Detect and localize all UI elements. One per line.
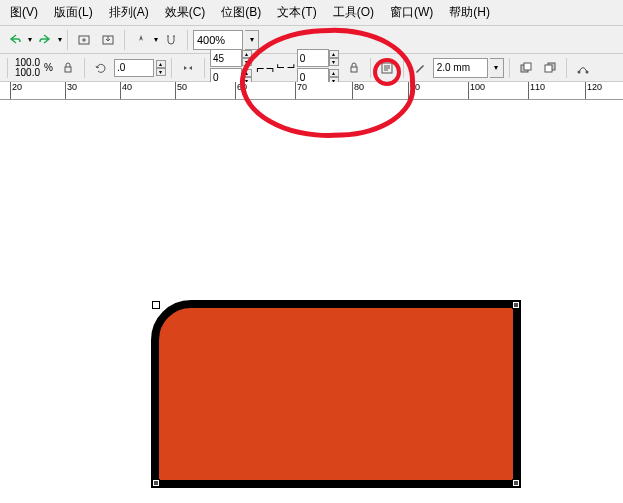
rotation-input[interactable] <box>114 59 154 77</box>
menu-window[interactable]: 窗口(W) <box>384 2 439 23</box>
handle-bottom-left[interactable] <box>153 480 159 486</box>
zoom-dropdown[interactable]: ▾ <box>245 30 259 50</box>
svg-rect-6 <box>524 63 531 70</box>
launch-button[interactable] <box>130 29 152 51</box>
scale-y-value: 100.0 <box>15 68 40 78</box>
menu-bitmap[interactable]: 位图(B) <box>215 2 267 23</box>
stroke-dropdown[interactable]: ▾ <box>490 58 504 78</box>
convert-curves-button[interactable] <box>572 57 594 79</box>
handle-bottom-right[interactable] <box>513 480 519 486</box>
rotation-icon <box>90 57 112 79</box>
rotation-down[interactable]: ▾ <box>156 68 166 76</box>
svg-point-9 <box>577 70 580 73</box>
mirror-h-button[interactable] <box>177 57 199 79</box>
export-button[interactable] <box>97 29 119 51</box>
menu-layout[interactable]: 版面(L) <box>48 2 99 23</box>
drawing-canvas[interactable] <box>0 100 623 500</box>
redo-button[interactable] <box>34 29 56 51</box>
handle-top-right[interactable] <box>513 302 519 308</box>
svg-rect-3 <box>351 67 357 72</box>
wrap-text-button[interactable] <box>376 57 398 79</box>
to-front-button[interactable] <box>515 57 537 79</box>
menu-effects[interactable]: 效果(C) <box>159 2 212 23</box>
handle-top-left[interactable] <box>153 302 159 308</box>
menu-help[interactable]: 帮助(H) <box>443 2 496 23</box>
svg-point-10 <box>585 70 588 73</box>
percent-label: % <box>44 62 53 73</box>
to-back-button[interactable] <box>539 57 561 79</box>
undo-button[interactable] <box>4 29 26 51</box>
corner-shape-indicator: ⌐⌐ <box>256 60 274 76</box>
corner-tr-input[interactable] <box>297 49 329 67</box>
menu-arrange[interactable]: 排列(A) <box>103 2 155 23</box>
menu-view[interactable]: 图(V) <box>4 2 44 23</box>
menu-tools[interactable]: 工具(O) <box>327 2 380 23</box>
horizontal-ruler[interactable]: 20 30 40 50 60 70 80 90 100 110 120 <box>0 82 623 100</box>
corner-lock-button[interactable] <box>343 57 365 79</box>
outline-pen-icon <box>409 57 431 79</box>
rounded-rect-shape[interactable] <box>155 304 517 484</box>
menu-text[interactable]: 文本(T) <box>271 2 322 23</box>
property-bar: 100.0 100.0 % ▴▾ ▴▾ ▴▾ ⌐⌐ ⌐⌐ ▴▾ ▴▾ ▾ <box>0 54 623 82</box>
snap-button[interactable] <box>160 29 182 51</box>
rotation-up[interactable]: ▴ <box>156 60 166 68</box>
scale-x-value: 100.0 <box>15 58 40 68</box>
stroke-width-input[interactable] <box>433 58 488 78</box>
svg-rect-8 <box>545 65 552 72</box>
zoom-level-input[interactable] <box>193 30 243 50</box>
menu-bar: 图(V) 版面(L) 排列(A) 效果(C) 位图(B) 文本(T) 工具(O)… <box>0 0 623 26</box>
import-button[interactable] <box>73 29 95 51</box>
corner-shape-indicator-2: ⌐⌐ <box>276 60 294 76</box>
svg-rect-2 <box>65 67 71 72</box>
selected-rectangle[interactable] <box>151 300 521 488</box>
lock-ratio-button[interactable] <box>57 57 79 79</box>
corner-tl-input[interactable] <box>210 49 242 67</box>
